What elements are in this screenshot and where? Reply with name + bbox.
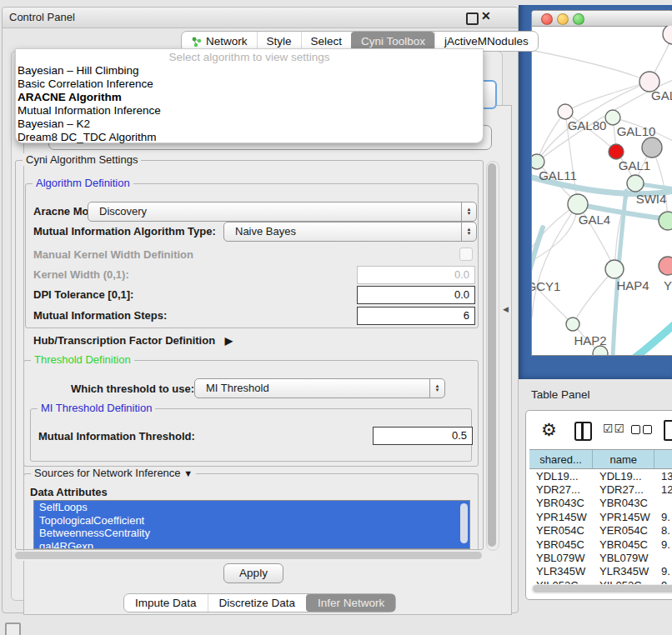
dpi-tolerance-field[interactable]: 0.0 bbox=[357, 286, 475, 304]
dock-panel-icon[interactable] bbox=[5, 622, 21, 635]
algorithm-option[interactable]: Basic Correlation Inference bbox=[16, 78, 483, 91]
combo-stepper-icon[interactable]: ▲▼ bbox=[461, 222, 476, 241]
table-cell: YLR345W bbox=[593, 565, 654, 578]
network-view-window[interactable]: GALGAL80GAL10GAL1GAL11SWI4GAL4GCY1HAP4YH… bbox=[531, 10, 672, 356]
dpi-tolerance-label: DPI Tolerance [0,1]: bbox=[33, 288, 133, 301]
splitter-collapse-icon[interactable]: ◀ bbox=[503, 305, 509, 313]
select-all-checkboxes-icon[interactable]: ☑☑ bbox=[603, 422, 625, 435]
close-icon[interactable]: ✕ bbox=[481, 9, 491, 22]
tab-label: Select bbox=[311, 35, 343, 48]
mi-steps-field[interactable]: 6 bbox=[357, 307, 475, 325]
deselect-checkboxes-icon[interactable] bbox=[631, 424, 654, 437]
algorithm-option[interactable]: Bayesian – K2 bbox=[16, 118, 483, 131]
algorithm-option[interactable]: Bayesian – Hill Climbing bbox=[16, 64, 483, 78]
mi-type-label: Mutual Information Algorithm Type: bbox=[33, 225, 216, 238]
table-cell: YER054C bbox=[593, 524, 654, 537]
table-cell: 9. bbox=[654, 538, 672, 551]
table-document-icon[interactable] bbox=[664, 420, 672, 441]
aracne-mode-combo[interactable]: Discovery ▲▼ bbox=[88, 202, 477, 222]
node-label: Y bbox=[664, 278, 672, 292]
list-scrollbar[interactable] bbox=[460, 503, 468, 543]
network-node-gal4[interactable] bbox=[568, 194, 588, 214]
table-cell: YBR043C bbox=[529, 497, 593, 509]
data-attributes-list[interactable]: SelfLoopsTopologicalCoefficientBetweenne… bbox=[33, 500, 470, 549]
network-node-hap4[interactable] bbox=[605, 260, 624, 278]
table-row[interactable]: YBL079WYBL079W bbox=[529, 551, 672, 564]
network-node-gal10[interactable] bbox=[605, 110, 620, 125]
column-header-A[interactable]: A bbox=[654, 450, 672, 468]
kernel-width-field[interactable]: 0.0 bbox=[357, 266, 475, 284]
mi-threshold-group-title: MI Threshold Definition bbox=[38, 402, 155, 414]
control-panel-titlebar: Control Panel ✕ bbox=[3, 8, 518, 28]
attribute-list-item[interactable]: gal4RGexp bbox=[34, 540, 469, 550]
algorithm-option[interactable]: Mutual Information Inference bbox=[16, 104, 483, 118]
node-label: HAP4 bbox=[616, 278, 649, 292]
bottom-tab-discretize-data[interactable]: Discretize Data bbox=[208, 594, 307, 612]
node-label: GAL80 bbox=[568, 118, 607, 132]
attribute-list-item[interactable]: SelfLoops bbox=[34, 501, 469, 514]
network-node[interactable] bbox=[663, 26, 672, 44]
bottom-tab-infer-network[interactable]: Infer Network bbox=[306, 594, 395, 612]
table-row[interactable]: YER054CYER054C8. bbox=[529, 524, 672, 538]
collapse-down-icon[interactable]: ▼ bbox=[183, 468, 193, 478]
zoom-traffic-light[interactable] bbox=[573, 13, 584, 25]
table-cell: YDR27... bbox=[529, 483, 593, 496]
table-row[interactable]: YDR27...YDR27...12 bbox=[529, 482, 672, 496]
table-row[interactable]: YPR145WYPR145W9. bbox=[529, 510, 672, 523]
mi-threshold-field[interactable]: 0.5 bbox=[373, 427, 473, 445]
manual-kernel-checkbox[interactable] bbox=[459, 248, 473, 261]
column-layout-icon[interactable] bbox=[574, 422, 592, 441]
table-cell: YPR145W bbox=[529, 511, 593, 523]
float-window-icon[interactable] bbox=[466, 12, 479, 25]
table-header-row: shared...nameA bbox=[529, 449, 672, 469]
network-node-gal80[interactable] bbox=[558, 104, 573, 119]
close-traffic-light[interactable] bbox=[541, 13, 553, 25]
table-toolbar: ⚙ ☑☑ bbox=[526, 411, 672, 449]
attribute-list-item[interactable]: TopologicalCoefficient bbox=[34, 514, 469, 528]
attribute-list-item[interactable]: BetweennessCentrality bbox=[34, 527, 469, 540]
bottom-tab-impute-data[interactable]: Impute Data bbox=[124, 594, 208, 612]
table-cell: YBR045C bbox=[593, 538, 654, 551]
network-node-gal1[interactable] bbox=[609, 144, 624, 159]
table-row[interactable]: YBR043CYBR043C bbox=[529, 497, 672, 510]
network-node-swi4[interactable] bbox=[627, 175, 644, 192]
settings-vertical-scrollbar[interactable] bbox=[486, 161, 499, 551]
combo-stepper-icon[interactable]: ▲▼ bbox=[429, 379, 444, 398]
column-header-shared[interactable]: shared... bbox=[529, 450, 593, 468]
algorithm-option[interactable]: ARACNE Algorithm bbox=[16, 91, 483, 104]
node-label: HAP2 bbox=[574, 333, 606, 348]
aracne-mode-value: Discovery bbox=[99, 205, 147, 218]
scrollbar-thumb[interactable] bbox=[533, 585, 672, 592]
which-threshold-combo[interactable]: MI Threshold ▲▼ bbox=[194, 378, 445, 398]
gear-icon[interactable]: ⚙ bbox=[541, 420, 557, 440]
network-node-gal11[interactable] bbox=[532, 154, 544, 169]
scrollbar-thumb[interactable] bbox=[488, 163, 496, 547]
hub-definition-expander[interactable]: Hub/Transcription Factor Definition ▶ bbox=[33, 334, 233, 347]
table-cell: 12 bbox=[654, 483, 672, 496]
network-node-y[interactable] bbox=[659, 257, 672, 275]
network-canvas[interactable]: GALGAL80GAL10GAL1GAL11SWI4GAL4GCY1HAP4YH… bbox=[532, 26, 672, 355]
settings-horizontal-scrollbar[interactable] bbox=[13, 551, 497, 561]
network-node[interactable] bbox=[642, 138, 662, 158]
network-node[interactable] bbox=[659, 212, 672, 230]
network-node-hap2[interactable] bbox=[566, 318, 579, 331]
combo-stepper-icon[interactable]: ▲▼ bbox=[461, 202, 476, 221]
minimize-traffic-light[interactable] bbox=[557, 13, 569, 25]
scrollbar-thumb[interactable] bbox=[15, 552, 482, 559]
table-horizontal-scrollbar[interactable] bbox=[531, 584, 672, 594]
apply-button[interactable]: Apply bbox=[223, 563, 283, 583]
tab-label: jActiveMNodules bbox=[444, 35, 529, 48]
table-row[interactable]: YLR345WYLR345W9. bbox=[529, 565, 672, 578]
node-label: GAL10 bbox=[617, 124, 656, 138]
algorithm-option[interactable]: Dream8 DC_TDC Algorithm bbox=[16, 131, 483, 144]
mi-type-combo[interactable]: Naive Bayes ▲▼ bbox=[223, 222, 477, 242]
expander-right-icon[interactable]: ▶ bbox=[225, 335, 233, 347]
table-row[interactable]: YBR045CYBR045C9. bbox=[529, 538, 672, 551]
table-row[interactable]: YDL19...YDL19...13 bbox=[529, 469, 672, 482]
table-cell: YDL19... bbox=[593, 470, 654, 482]
network-cyan-edge bbox=[629, 324, 672, 355]
table-panel-window: ⚙ ☑☑ shared...nameA YDL19...YDL19...13YD… bbox=[525, 410, 672, 600]
column-header-name[interactable]: name bbox=[593, 450, 654, 468]
network-node[interactable] bbox=[593, 346, 608, 355]
threshold-definition-title: Threshold Definition bbox=[31, 353, 134, 366]
